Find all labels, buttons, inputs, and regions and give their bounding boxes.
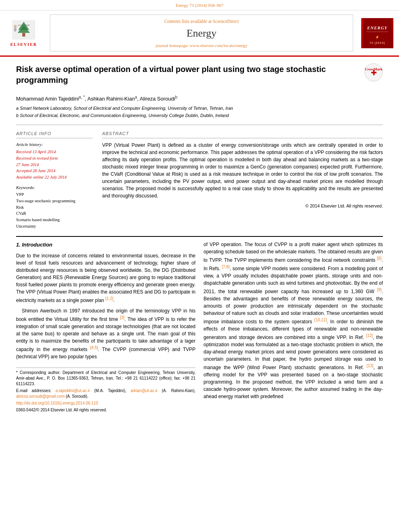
author3: , Alireza Soroudi bbox=[137, 96, 175, 102]
keyword-2: Risk bbox=[16, 205, 93, 211]
cite-7-8: [7,8] bbox=[222, 265, 230, 269]
footnote-doi: http://dx.doi.org/10.1016/j.energy.2014.… bbox=[16, 401, 195, 406]
section1-heading: 1. Introduction bbox=[16, 241, 195, 249]
footnote-issn: 0360-5442/© 2014 Elsevier Ltd. All right… bbox=[16, 407, 195, 413]
keyword-3: CVaR bbox=[16, 211, 93, 217]
journal-name: Energy bbox=[50, 26, 353, 41]
author1: Mohammad Amin Tajeddini bbox=[16, 96, 79, 102]
body-right-para-0: of VPP operation. The focus of CVPP is a… bbox=[204, 241, 383, 400]
footnote-area: * Corresponding author. Department of El… bbox=[16, 368, 195, 413]
svg-text:73 (2014): 73 (2014) bbox=[370, 41, 385, 45]
cite-6: [6] bbox=[377, 256, 382, 261]
energy-logo-svg: ENERGY ⚡ 73 (2014) bbox=[363, 18, 391, 48]
body-columns: 1. Introduction Due to the increase of c… bbox=[16, 241, 383, 414]
affiliation-a: a Smart Network Laboratory, School of El… bbox=[16, 105, 383, 111]
cite-9: [9] bbox=[377, 288, 382, 292]
body-left-para-1: Shimon Awerbuch in 1997 introduced the o… bbox=[16, 307, 195, 360]
body-left-column: 1. Introduction Due to the increase of c… bbox=[16, 241, 195, 414]
elsevier-wordmark: ELSEVIER bbox=[10, 42, 37, 47]
author2: , Ashkan Rahimi-Kian bbox=[85, 96, 135, 102]
body-divider bbox=[16, 236, 383, 237]
history-item-4: Available online 22 July 2014 bbox=[16, 175, 93, 181]
author3-sup: b bbox=[175, 95, 177, 99]
citation-text: Energy 73 (2014) 958–967 bbox=[176, 3, 224, 8]
copyright-notice: © 2014 Elsevier Ltd. All rights reserved… bbox=[102, 203, 383, 210]
journal-homepage: journal homepage: www.elsevier.com/locat… bbox=[50, 43, 353, 49]
footnote-1: E-mail addresses: a.tajeddini@ut.ac.ir (… bbox=[16, 388, 195, 399]
abstract-heading: ABSTRACT bbox=[102, 131, 383, 138]
history-item-1: Received in revised form bbox=[16, 156, 93, 162]
keywords-label: Keywords: bbox=[16, 185, 93, 191]
svg-rect-6 bbox=[14, 28, 16, 31]
journal-header: ELSEVIER ELSEVIER Contents lists availab… bbox=[0, 10, 399, 57]
keyword-5: Uncertainty bbox=[16, 224, 93, 230]
info-abstract-columns: ARTICLE INFO Article history: Received 1… bbox=[16, 131, 383, 230]
energy-journal-logo: ENERGY ⚡ 73 (2014) bbox=[361, 18, 393, 48]
elsevier-tree-icon: ELSEVIER bbox=[10, 19, 38, 41]
elsevier-logo: ELSEVIER ELSEVIER bbox=[6, 19, 42, 47]
body-left-para-0: Due to the increase of concerns related … bbox=[16, 252, 195, 304]
svg-text:⚡: ⚡ bbox=[375, 35, 380, 39]
affiliation-b: b School of Electrical, Electronic, and … bbox=[16, 113, 383, 119]
article-info-column: ARTICLE INFO Article history: Received 1… bbox=[16, 131, 93, 230]
svg-text:✚: ✚ bbox=[371, 69, 377, 77]
journal-citation: Energy 73 (2014) 958–967 bbox=[0, 0, 399, 10]
abstract-text: VPP (Virtual Power Plant) is defined as … bbox=[102, 142, 383, 210]
cite-4-5: [4,5] bbox=[90, 345, 98, 350]
cite-1-2: [1,2] bbox=[105, 296, 113, 301]
cite-3: [3] bbox=[120, 315, 124, 320]
abstract-paragraph: VPP (Virtual Power Plant) is defined as … bbox=[102, 142, 383, 199]
author1-sup: a, * bbox=[79, 95, 85, 99]
keyword-1: Two-stage stochastic programming bbox=[16, 198, 93, 204]
history-item-3: Accepted 28 June 2014 bbox=[16, 168, 93, 174]
science-direct-link[interactable]: ScienceDirect bbox=[213, 19, 239, 24]
body-right-column: of VPP operation. The focus of CVPP is a… bbox=[204, 241, 383, 414]
keyword-0: VPP bbox=[16, 192, 93, 198]
cite-13: [13] bbox=[367, 364, 374, 368]
history-label: Article history: bbox=[16, 142, 93, 148]
science-direct-label: Contents lists available at ScienceDirec… bbox=[50, 18, 353, 25]
cite-10-11: [10,11] bbox=[315, 318, 327, 322]
article-title: Risk averse optimal operation of a virtu… bbox=[16, 64, 360, 86]
footnote-0: * Corresponding author. Department of El… bbox=[16, 370, 195, 387]
svg-text:ENERGY: ENERGY bbox=[367, 25, 388, 30]
history-item-2: 27 June 2014 bbox=[16, 162, 93, 168]
cite-12: [12] bbox=[366, 333, 373, 338]
keyword-4: Scenario based modelling bbox=[16, 217, 93, 223]
svg-rect-4 bbox=[22, 33, 25, 37]
abstract-column: ABSTRACT VPP (Virtual Power Plant) is de… bbox=[102, 131, 383, 230]
authors-line: Mohammad Amin Tajeddinia, *, Ashkan Rahi… bbox=[16, 94, 383, 103]
crossmark-badge[interactable]: CrossMark ✚ bbox=[364, 63, 383, 84]
article-info-heading: ARTICLE INFO bbox=[16, 131, 93, 138]
section-divider bbox=[16, 125, 383, 125]
svg-point-5 bbox=[14, 25, 16, 27]
history-item-0: Received 13 April 2014 bbox=[16, 149, 93, 155]
journal-center-info: Contents lists available at ScienceDirec… bbox=[50, 14, 353, 51]
main-content: Risk averse optimal operation of a virtu… bbox=[0, 57, 399, 422]
